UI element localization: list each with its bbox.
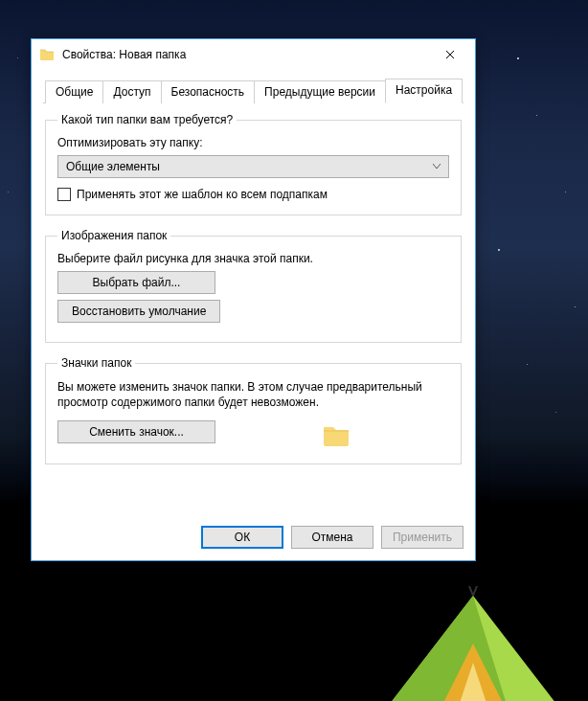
change-icon-button[interactable]: Сменить значок... [57, 420, 215, 443]
tabstrip: Общие Доступ Безопасность Предыдущие вер… [43, 78, 464, 103]
restore-default-button[interactable]: Восстановить умолчание [57, 300, 220, 323]
apply-button[interactable]: Применить [381, 526, 464, 549]
folder-icon [39, 47, 55, 62]
chevron-down-icon [429, 164, 444, 170]
optimize-label: Оптимизировать эту папку: [57, 136, 449, 149]
cancel-button[interactable]: Отмена [291, 526, 373, 549]
group-folder-type: Какой тип папки вам требуется? Оптимизир… [45, 113, 462, 215]
apply-subfolders-checkbox[interactable] [57, 188, 71, 201]
group-folder-icons: Значки папок Вы можете изменить значок п… [45, 356, 462, 464]
group-folder-icons-legend: Значки папок [57, 356, 135, 370]
ok-button[interactable]: ОК [201, 526, 283, 549]
tab-security[interactable]: Безопасность [161, 80, 256, 103]
folder-icon-preview [321, 419, 351, 450]
close-button[interactable] [431, 41, 469, 68]
tab-sharing[interactable]: Доступ [102, 80, 161, 103]
titlebar[interactable]: Свойства: Новая папка [32, 39, 475, 70]
tab-general[interactable]: Общие [45, 80, 103, 103]
dialog-button-bar: ОК Отмена Применить [43, 478, 464, 549]
apply-subfolders-label: Применять этот же шаблон ко всем подпапк… [77, 188, 328, 201]
properties-dialog: Свойства: Новая папка Общие Доступ Безоп… [31, 38, 476, 561]
group-folder-pictures: Изображения папок Выберите файл рисунка … [45, 229, 462, 343]
group-folder-pictures-legend: Изображения папок [57, 229, 170, 242]
optimize-combo-value: Общие элементы [66, 160, 429, 173]
tab-previous-versions[interactable]: Предыдущие версии [254, 80, 386, 103]
choose-file-button[interactable]: Выбрать файл... [57, 271, 215, 294]
tab-customize[interactable]: Настройка [385, 79, 463, 103]
folder-pictures-hint: Выберите файл рисунка для значка этой па… [57, 252, 449, 265]
window-title: Свойства: Новая папка [62, 48, 431, 61]
group-folder-type-legend: Какой тип папки вам требуется? [57, 113, 237, 126]
optimize-combo[interactable]: Общие элементы [57, 155, 449, 178]
background-tent [320, 586, 569, 701]
folder-icons-hint: Вы можете изменить значок папки. В этом … [57, 379, 449, 410]
